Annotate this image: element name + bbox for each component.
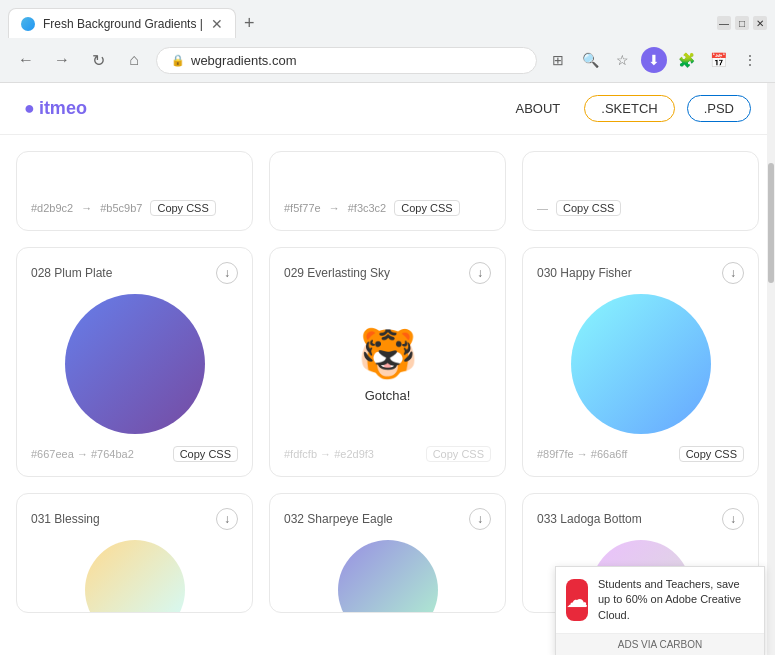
card-029-download[interactable]: ↓ [469,262,491,284]
partial-color1-1: #d2b9c2 [31,202,73,214]
bottom-033-header: 033 Ladoga Bottom ↓ [537,508,744,530]
card-030-footer: #89f7fe → #66a6ff Copy CSS [537,446,744,462]
card-030-header: 030 Happy Fisher ↓ [537,262,744,284]
card-028-footer: #667eea → #764ba2 Copy CSS [31,446,238,462]
partial-copy-css-3[interactable]: Copy CSS [556,200,621,216]
forward-button[interactable]: → [48,46,76,74]
card-028-header: 028 Plum Plate ↓ [31,262,238,284]
gotcha-text: Gotcha! [365,388,411,403]
address-bar: ← → ↻ ⌂ 🔒 webgradients.com ⊞ 🔍 ☆ ⬇ 🧩 📅 ⋮ [0,38,775,82]
card-029-header: 029 Everlasting Sky ↓ [284,262,491,284]
lock-icon: 🔒 [171,54,185,67]
extension-icon[interactable]: 🧩 [673,47,699,73]
partial-row: #d2b9c2 → #b5c9b7 Copy CSS #f5f77e → #f3… [16,151,759,231]
adobe-cloud-icon: ☁ [566,587,588,613]
bottom-card-031: 031 Blessing ↓ [16,493,253,613]
bottom-033-download[interactable]: ↓ [722,508,744,530]
bottom-032-circle [338,540,438,613]
bottom-031-title: 031 Blessing [31,512,100,526]
partial-copy-css-2[interactable]: Copy CSS [394,200,459,216]
header-nav: ABOUT .SKETCH .PSD [504,95,751,122]
gradient-card-030: 030 Happy Fisher ↓ #89f7fe → #66a6ff Cop… [522,247,759,477]
card-028-colors: #667eea → #764ba2 [31,448,165,460]
psd-button[interactable]: .PSD [687,95,751,122]
address-input[interactable]: 🔒 webgradients.com [156,47,537,74]
tab-favicon [21,17,35,31]
card-029-footer: #fdfcfb → #e2d9f3 Copy CSS [284,446,491,462]
site-logo[interactable]: ● itmeo [24,98,87,119]
tab-close-button[interactable]: ✕ [211,16,223,32]
ad-text: Students and Teachers, save up to 60% on… [598,577,754,623]
refresh-button[interactable]: ↻ [84,46,112,74]
back-button[interactable]: ← [12,46,40,74]
partial-color2-2: #f3c3c2 [348,202,387,214]
active-tab[interactable]: Fresh Background Gradients | ✕ [8,8,236,38]
download-icon[interactable]: ⬇ [641,47,667,73]
partial-card-3-codes: — Copy CSS [537,200,744,216]
partial-card-1-codes: #d2b9c2 → #b5c9b7 Copy CSS [31,200,238,216]
gotcha-content: 🐯 Gotcha! [358,294,418,434]
card-028-download[interactable]: ↓ [216,262,238,284]
bottom-032-header: 032 Sharpeye Eagle ↓ [284,508,491,530]
bottom-031-download[interactable]: ↓ [216,508,238,530]
browser-chrome: Fresh Background Gradients | ✕ + — □ ✕ ←… [0,0,775,83]
bottom-card-032: 032 Sharpeye Eagle ↓ [269,493,506,613]
ads-via-carbon-label: ADS VIA CARBON [618,639,702,650]
maximize-button[interactable]: □ [735,16,749,30]
ad-footer[interactable]: ADS VIA CARBON [556,633,764,655]
partial-card-2: #f5f77e → #f3c3c2 Copy CSS [269,151,506,231]
main-grid: 028 Plum Plate ↓ #667eea → #764ba2 Copy … [16,247,759,477]
gradient-card-029: 029 Everlasting Sky ↓ 🐯 Gotcha! #fdfcfb … [269,247,506,477]
card-030-colors: #89f7fe → #66a6ff [537,448,671,460]
partial-color3: — [537,202,548,214]
new-tab-button[interactable]: + [236,13,263,34]
partial-color2-1: #b5c9b7 [100,202,142,214]
card-030-copy-css[interactable]: Copy CSS [679,446,744,462]
card-030-download[interactable]: ↓ [722,262,744,284]
tiger-emoji: 🐯 [358,326,418,382]
scrollbar[interactable] [767,83,775,655]
tab-title: Fresh Background Gradients | [43,17,203,31]
tab-bar: Fresh Background Gradients | ✕ + — □ ✕ [0,0,775,38]
site-header: ● itmeo ABOUT .SKETCH .PSD [0,83,775,135]
minimize-button[interactable]: — [717,16,731,30]
partial-arrow-1: → [81,202,92,214]
window-controls: — □ ✕ [717,16,767,30]
page-content: ● itmeo ABOUT .SKETCH .PSD #d2b9c2 → #b5… [0,83,775,655]
partial-card-1: #d2b9c2 → #b5c9b7 Copy CSS [16,151,253,231]
card-029-title: 029 Everlasting Sky [284,266,390,280]
logo-text: itmeo [39,98,87,119]
about-link[interactable]: ABOUT [504,95,573,122]
bottom-032-download[interactable]: ↓ [469,508,491,530]
menu-icon[interactable]: ⋮ [737,47,763,73]
card-029-copy-css[interactable]: Copy CSS [426,446,491,462]
bottom-031-circle [85,540,185,613]
gradient-card-028: 028 Plum Plate ↓ #667eea → #764ba2 Copy … [16,247,253,477]
bottom-033-title: 033 Ladoga Bottom [537,512,642,526]
close-button[interactable]: ✕ [753,16,767,30]
partial-copy-css-1[interactable]: Copy CSS [150,200,215,216]
card-028-copy-css[interactable]: Copy CSS [173,446,238,462]
bookmark-icon[interactable]: ☆ [609,47,635,73]
address-text: webgradients.com [191,53,297,68]
toolbar-icons: ⊞ 🔍 ☆ ⬇ 🧩 📅 ⋮ [545,47,763,73]
ad-content: ☁ Students and Teachers, save up to 60% … [556,567,764,633]
translate-icon[interactable]: ⊞ [545,47,571,73]
home-button[interactable]: ⌂ [120,46,148,74]
card-030-circle [571,294,711,434]
calendar-icon[interactable]: 📅 [705,47,731,73]
card-028-circle [65,294,205,434]
card-029-colors: #fdfcfb → #e2d9f3 [284,448,418,460]
card-030-title: 030 Happy Fisher [537,266,632,280]
search-icon[interactable]: 🔍 [577,47,603,73]
bottom-031-header: 031 Blessing ↓ [31,508,238,530]
partial-card-2-codes: #f5f77e → #f3c3c2 Copy CSS [284,200,491,216]
bottom-032-title: 032 Sharpeye Eagle [284,512,393,526]
ad-logo: ☁ [566,579,588,621]
scrollbar-thumb[interactable] [768,163,774,283]
partial-arrow-2: → [329,202,340,214]
logo-icon: ● [24,98,35,119]
sketch-button[interactable]: .SKETCH [584,95,674,122]
ad-overlay: ☁ Students and Teachers, save up to 60% … [555,566,765,655]
card-028-title: 028 Plum Plate [31,266,112,280]
